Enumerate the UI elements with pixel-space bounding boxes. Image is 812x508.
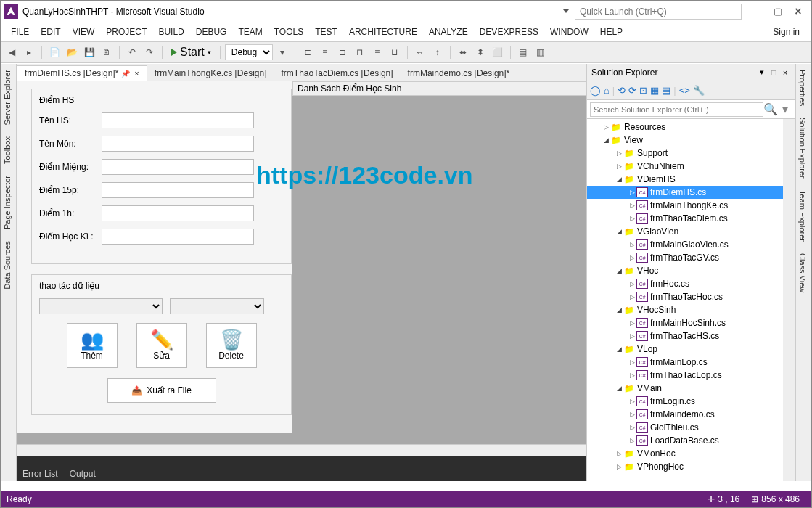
output-tab[interactable]: Output [70, 469, 96, 479]
menu-team[interactable]: TEAM [232, 27, 268, 37]
start-debug-button[interactable]: Start ▾ [167, 44, 216, 60]
node-frmmaingiaovien[interactable]: frmMainGiaoVien.cs [587, 238, 795, 251]
tab-frmmaindemo[interactable]: frmMaindemo.cs [Design]* [401, 66, 517, 81]
se-back-icon[interactable]: ◯ [590, 85, 601, 96]
se-search-input[interactable] [590, 102, 763, 117]
redo-button[interactable]: ↷ [142, 44, 157, 60]
se-properties-icon[interactable]: 🔧 [693, 85, 705, 96]
add-button[interactable]: 👥Thêm [67, 323, 118, 368]
node-frmmaindemo[interactable]: frmMaindemo.cs [587, 408, 795, 421]
node-frmmainlop[interactable]: frmMainLop.cs [587, 356, 795, 369]
combo1[interactable] [39, 298, 163, 314]
edit-button[interactable]: ✏️Sửa [136, 323, 187, 368]
menu-window[interactable]: WINDOW [544, 27, 594, 37]
nav-forward-button[interactable]: ▸ [21, 44, 37, 60]
node-vgiaovien[interactable]: VGiaoVien [587, 225, 795, 238]
align-left-button[interactable]: ⊏ [300, 44, 316, 60]
align-top-button[interactable]: ⊓ [352, 44, 368, 60]
se-collapse-icon[interactable]: ⊡ [639, 85, 647, 96]
menu-tools[interactable]: TOOLS [268, 27, 309, 37]
size-height-button[interactable]: ⬍ [472, 44, 488, 60]
menu-build[interactable]: BUILD [152, 27, 189, 37]
node-vchunhiem[interactable]: VChuNhiem [587, 160, 795, 173]
menu-architecture[interactable]: ARCHITECTURE [343, 27, 423, 37]
save-button[interactable]: 💾 [81, 44, 97, 60]
node-frmthaotacgv[interactable]: frmThaoTacGV.cs [587, 251, 795, 264]
node-frmlogin[interactable]: frmLogin.cs [587, 395, 795, 408]
node-vhocsinh[interactable]: VHocSinh [587, 303, 795, 316]
se-sync-icon[interactable]: ⟲ [618, 85, 626, 96]
se-more-icon[interactable]: — [708, 85, 717, 96]
menu-debug[interactable]: DEBUG [190, 27, 233, 37]
undo-button[interactable]: ↶ [124, 44, 140, 60]
input-tenhs[interactable] [102, 112, 254, 128]
sign-in-link[interactable]: Sign in [766, 27, 807, 37]
align-right-button[interactable]: ⊐ [335, 44, 350, 60]
node-frmmainthongke[interactable]: frmMainThongKe.cs [587, 199, 795, 212]
tab-frmdiemhs[interactable]: frmDiemHS.cs [Design]*📌× [17, 65, 147, 81]
layout-dropdown-icon[interactable] [563, 9, 569, 13]
align-bottom-button[interactable]: ⊔ [387, 44, 403, 60]
save-all-button[interactable]: 🗎 [99, 44, 115, 60]
align-middle-button[interactable]: ≡ [369, 44, 385, 60]
properties-tab[interactable]: Properties [796, 64, 809, 112]
se-refresh-icon[interactable]: ⟳ [628, 85, 636, 96]
search-icon[interactable]: 🔍 [763, 102, 778, 116]
input-tenmon[interactable] [102, 136, 254, 152]
node-vdiemhs[interactable]: VDiemHS [587, 173, 795, 186]
node-frmdiemhs[interactable]: frmDiemHS.cs [587, 186, 795, 199]
align-center-button[interactable]: ≡ [317, 44, 333, 60]
designer-surface[interactable]: Điểm HS Tên HS: Tên Môn: Điểm Miệng: Điể… [17, 81, 586, 444]
menu-analyze[interactable]: ANALYZE [423, 27, 474, 37]
menu-file[interactable]: FILE [5, 27, 35, 37]
node-vphonghoc[interactable]: VPhongHoc [587, 460, 795, 473]
menu-edit[interactable]: EDIT [35, 27, 66, 37]
tab-frmmainthongke[interactable]: frmMainThongKe.cs [Design] [147, 66, 274, 81]
input-diem1h[interactable] [102, 205, 254, 221]
se-showall-icon[interactable]: ▦ [650, 85, 659, 96]
bring-front-button[interactable]: ▤ [515, 44, 531, 60]
solution-tree[interactable]: Resources View Support VChuNhiem VDiemHS… [587, 119, 795, 481]
delete-button[interactable]: 🗑️Delete [206, 323, 257, 368]
size-both-button[interactable]: ⬜ [490, 44, 506, 60]
node-view[interactable]: View [587, 134, 795, 147]
export-button[interactable]: 📤Xuất ra File [107, 378, 216, 403]
pin-icon[interactable]: 📌 [121, 70, 130, 78]
maximize-button[interactable]: ▢ [768, 4, 788, 19]
open-file-button[interactable]: 📂 [64, 44, 80, 60]
send-back-button[interactable]: ▥ [533, 44, 549, 60]
minimize-button[interactable]: — [747, 4, 768, 19]
menu-project[interactable]: PROJECT [100, 27, 152, 37]
toolbar-more-icon[interactable]: ▾ [274, 44, 290, 60]
node-vmain[interactable]: VMain [587, 382, 795, 395]
error-list-tab[interactable]: Error List [22, 469, 58, 479]
node-support[interactable]: Support [587, 147, 795, 160]
se-window-dropdown[interactable]: ▾ [756, 67, 768, 77]
node-loaddatabase[interactable]: LoadDataBase.cs [587, 434, 795, 447]
combo2[interactable] [170, 298, 264, 314]
close-button[interactable]: × [788, 4, 808, 19]
class-view-tab[interactable]: Class View [796, 247, 809, 298]
node-frmthaotaclop[interactable]: frmThaoTacLop.cs [587, 369, 795, 382]
spacing-v-button[interactable]: ↕ [430, 44, 446, 60]
node-vlop[interactable]: VLop [587, 343, 795, 356]
team-explorer-tab[interactable]: Team Explorer [796, 184, 809, 247]
spacing-h-button[interactable]: ↔ [412, 44, 428, 60]
node-vmonhoc[interactable]: VMonHoc [587, 447, 795, 460]
node-frmthaotachoc[interactable]: frmThaoTacHoc.cs [587, 290, 795, 303]
solution-explorer-tab[interactable]: Solution Explorer [796, 112, 809, 184]
node-vhoc[interactable]: VHoc [587, 264, 795, 277]
input-diem15p[interactable] [102, 182, 254, 198]
menu-help[interactable]: HELP [594, 27, 628, 37]
quick-launch-input[interactable] [575, 4, 742, 20]
menu-devexpress[interactable]: DEVEXPRESS [474, 27, 544, 37]
node-frmmainhocsinh[interactable]: frmMainHocSinh.cs [587, 316, 795, 329]
se-code-icon[interactable]: <> [679, 85, 690, 96]
node-frmhoc[interactable]: frmHoc.cs [587, 277, 795, 290]
input-diemmieng[interactable] [102, 159, 254, 175]
horizontal-scrollbar[interactable] [17, 444, 586, 456]
nav-back-button[interactable]: ◀ [4, 44, 20, 60]
input-diemhk[interactable] [102, 229, 254, 245]
node-resources[interactable]: Resources [587, 120, 795, 134]
tab-frmthaotacdiem[interactable]: frmThaoTacDiem.cs [Design] [274, 66, 401, 81]
